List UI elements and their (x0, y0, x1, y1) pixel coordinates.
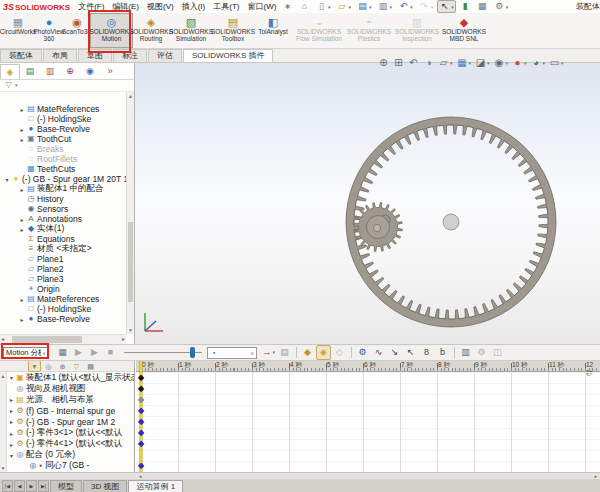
stop-button[interactable]: ■ (103, 345, 118, 360)
select-button[interactable]: ↖▾ (437, 0, 456, 13)
motion-tree-item[interactable]: ▾▣装配体1 (默认<默认_显示状态 (7, 372, 134, 383)
feature-tree-item[interactable]: ▸▤装配体1 中的配合 (0, 184, 126, 194)
feature-tree-item[interactable]: □(-) HoldingSke (0, 304, 126, 314)
timeline-key[interactable]: ◆ (136, 440, 146, 448)
feature-tree-item[interactable]: ▦TeethCuts (0, 164, 126, 174)
tab-scroll-button[interactable]: |◀ (2, 480, 13, 492)
save-button[interactable]: ▤▾ (355, 0, 374, 13)
motion-tree-item[interactable]: ▸⚙(-) 零件4<1> (默认<<默认 (7, 439, 134, 450)
feature-tree-item[interactable]: □(-) HoldingSke (0, 114, 126, 124)
graphics-viewport[interactable] (135, 63, 600, 344)
scroll-left-icon[interactable]: ◂ (1, 335, 4, 344)
motor-button[interactable]: ⚙ (355, 345, 370, 360)
addin-button[interactable]: ●PhotoView 360 (34, 13, 64, 48)
expand-arrow-icon[interactable]: ▸ (8, 418, 15, 425)
timeline-key[interactable]: ◆ (136, 374, 146, 382)
animation-wizard-button[interactable]: ◆ (300, 345, 315, 360)
redo-button[interactable]: ↷▾ (417, 0, 436, 13)
feature-tree-item[interactable]: ▸●Base-Revolve (0, 314, 126, 324)
rebuild-button[interactable]: ▮ (458, 0, 473, 13)
expand-arrow-icon[interactable]: ▸ (18, 316, 26, 323)
command-tab[interactable]: 布局 (43, 49, 77, 62)
document-tab[interactable]: 模型 (50, 480, 82, 492)
expand-arrow-icon[interactable]: ▸ (8, 430, 15, 437)
tab-scroll-button[interactable]: ◀ (14, 480, 25, 492)
feature-tree-item[interactable]: ▸●Base-Revolve (0, 124, 126, 134)
menu-item[interactable]: 视图(V) (147, 2, 174, 11)
feature-tree-item[interactable]: ▸▤MateReferences (0, 104, 126, 114)
force-button[interactable]: ↘ (387, 345, 402, 360)
expand-arrow-icon[interactable]: ▸ (18, 136, 26, 143)
filter-animated-button[interactable]: ▼ (28, 361, 41, 372)
motion-tree-item[interactable]: ▸⚙(-) 零件3<1> (默认<<默认 (7, 428, 134, 439)
options-button[interactable]: ⚙▾ (492, 0, 511, 13)
feature-tree-item[interactable]: ▱Plane1 (0, 254, 126, 264)
previous-view-button[interactable]: ↶ (408, 58, 419, 68)
playback-speed-slider[interactable] (124, 346, 202, 359)
timeline[interactable]: 0 秒1 秒2 秒3 秒4 秒5 秒6 秒7 秒8 秒9 秒10 秒11 秒12… (136, 361, 600, 472)
zoom-timeline-button[interactable]: ⊕ (56, 361, 69, 372)
apply-scene-button[interactable]: ◕▾ (531, 58, 546, 68)
panel-overflow-icon[interactable]: » (100, 64, 120, 79)
expand-arrow-icon[interactable]: ▸ (8, 441, 15, 448)
view-orientation-button[interactable]: ▦▾ (457, 58, 472, 68)
play-from-start-button[interactable]: ▶ (71, 345, 86, 360)
addin-button[interactable]: ◎SOLIDWORKS Motion (90, 13, 133, 48)
tab-scroll-button[interactable]: ▶| (38, 480, 49, 492)
dimxpertmanager-tab[interactable]: ⊕ (60, 64, 80, 79)
addin-button[interactable]: ◉ScanTo3D (64, 13, 90, 48)
scroll-down-icon[interactable]: ▼ (127, 326, 134, 334)
timeline-key[interactable]: ◆ (136, 429, 146, 437)
expand-arrow-icon[interactable]: ▸ (18, 216, 26, 223)
command-tab[interactable]: SOLIDWORKS 插件 (183, 49, 273, 62)
command-tab[interactable]: 装配体 (0, 49, 42, 62)
playback-speed-select[interactable]: ▪∨ (207, 347, 257, 359)
addin-button[interactable]: ◓SOLIDWORKS Plastics (345, 13, 393, 48)
undo-button[interactable]: ↶▾ (396, 0, 415, 13)
feature-tree-item[interactable]: ΣEquations (0, 234, 126, 244)
annotation-view-button[interactable]: ▱▾ (438, 58, 453, 68)
gears-model[interactable] (135, 63, 600, 344)
expand-arrow-icon[interactable]: ▸ (18, 296, 26, 303)
menu-item[interactable]: 窗口(W) (247, 2, 276, 11)
timeline-key[interactable]: ◆ (136, 407, 146, 415)
collapse-arrow-icon[interactable]: ▾ (8, 452, 15, 459)
camera-orientation-button[interactable]: ◎ (42, 361, 55, 372)
playback-mode-button[interactable]: →▾ (261, 345, 276, 360)
motion-tree-scrollbar[interactable]: ▲ ▼ (0, 372, 7, 472)
new-document-button[interactable]: ▯▾ (314, 0, 333, 13)
calculate-button[interactable]: ▦ (55, 345, 70, 360)
scroll-up-icon[interactable]: ▲ (127, 92, 134, 100)
damper-button[interactable]: b (435, 345, 450, 360)
feature-tree-item[interactable]: ⌖Origin (0, 284, 126, 294)
scrollbar-thumb[interactable] (12, 336, 82, 343)
display-style-button[interactable]: ◪▾ (475, 58, 490, 68)
collapse-arrow-icon[interactable]: ▾ (8, 374, 15, 381)
autokey-button[interactable]: ◈ (316, 345, 331, 360)
timeline-key[interactable]: ◆ (136, 385, 146, 393)
feature-tree-item[interactable]: ▱Plane2 (0, 264, 126, 274)
motion-tree-item[interactable]: ▸⚙(f) GB - Internal spur ge (7, 405, 134, 416)
menu-item[interactable]: 插入(I) (182, 2, 206, 11)
collapse-arrow-icon[interactable]: ▾ (3, 176, 11, 183)
zoom-area-button[interactable]: ⊞ (393, 58, 404, 68)
featuremanager-tab[interactable]: ◈ (0, 64, 20, 79)
scroll-down-icon[interactable]: ▼ (0, 464, 6, 472)
feature-tree-item[interactable]: ▾●(-) GB - Spur gear 1M 20T 14.5 (0, 174, 126, 184)
command-tab[interactable]: 评估 (148, 49, 182, 62)
feature-tree-item[interactable]: ◌Breaks (0, 144, 126, 154)
expand-arrow-icon[interactable]: ▸ (18, 226, 26, 233)
edit-appearance-button[interactable]: ●▾ (512, 58, 527, 68)
gravity-button[interactable]: 8 (419, 345, 434, 360)
addin-button[interactable]: ◈SOLIDWORKS Routing (133, 13, 169, 48)
command-tab[interactable]: 标注 (113, 49, 147, 62)
contact-button[interactable]: ↖ (403, 345, 418, 360)
study-type-select[interactable]: Motion 分析 ∨ (3, 347, 49, 359)
vertical-scrollbar[interactable]: ▲ ▼ (126, 92, 134, 334)
feature-tree-item[interactable]: ≡材质 <未指定> (0, 244, 126, 254)
zoom-fit-button[interactable]: ⊕ (378, 58, 389, 68)
spring-button[interactable]: ∿ (371, 345, 386, 360)
tree-filter[interactable]: ▽▾ (0, 79, 134, 92)
add-key-button[interactable]: ◇ (332, 345, 347, 360)
expand-arrow-icon[interactable]: ▸ (8, 396, 15, 403)
